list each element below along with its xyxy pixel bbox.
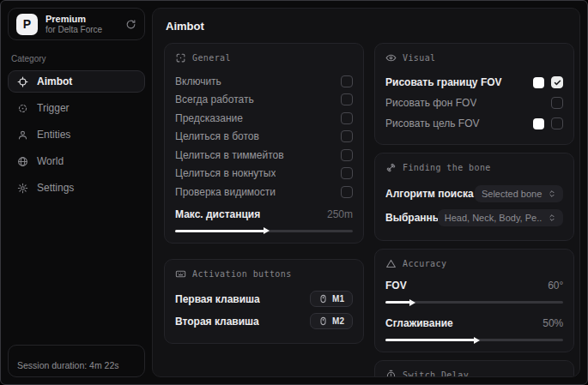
- timer-icon: [385, 370, 397, 377]
- setting-label: Проверка видимости: [175, 186, 276, 198]
- key-label: M1: [332, 294, 344, 304]
- target-knocked-checkbox[interactable]: [341, 167, 353, 179]
- setting-row: Целиться в тиммейтов: [175, 146, 353, 165]
- setting-label: Предсказание: [175, 112, 243, 124]
- dropdown-value: Head, Neck, Body, Pe..: [445, 213, 543, 223]
- setting-row: Целиться в нокнутых: [175, 165, 353, 183]
- panel-visual: Visual Рисовать границу FOV Рисовать фон…: [374, 43, 574, 145]
- setting-label: Рисовать цель FOV: [385, 117, 480, 129]
- sidebar-item-entities[interactable]: Entities: [8, 123, 145, 146]
- bone-algorithm-dropdown[interactable]: Selected bone: [475, 185, 563, 202]
- chevron-up-down-icon: [548, 189, 556, 198]
- sidebar: P Premium for Delta Force Category Aimbo…: [8, 8, 145, 377]
- setting-row: Проверка видимости: [175, 183, 353, 202]
- world-globe-icon: [17, 156, 28, 167]
- fov-slider-group: FOV 60°: [385, 278, 563, 304]
- slider-label: Сглаживание: [385, 317, 453, 329]
- license-card: P Premium for Delta Force: [8, 8, 145, 40]
- second-key-bind-button[interactable]: M2: [310, 313, 353, 329]
- selected-bones-dropdown[interactable]: Head, Neck, Body, Pe..: [438, 209, 564, 226]
- fov-border-color-swatch[interactable]: [533, 77, 544, 88]
- session-duration-text: Session duration: 4m 22s: [17, 360, 118, 370]
- setting-label: Целиться в нокнутых: [175, 167, 276, 179]
- app-logo: P: [16, 14, 38, 35]
- panel-title: Visual: [403, 53, 436, 63]
- setting-row: Алгоритм поиска кост Selected bone: [385, 182, 563, 206]
- keyboard-icon: [175, 268, 186, 280]
- setting-label: Первая клавиша: [175, 293, 260, 305]
- slider-value: 250m: [327, 208, 353, 220]
- main-content: Aimbot General Включить: [152, 8, 580, 377]
- visibility-check-checkbox[interactable]: [341, 186, 353, 198]
- slider-label: FOV: [385, 280, 407, 292]
- setting-row: Рисовать фон FOV: [385, 93, 563, 113]
- key-label: M2: [332, 316, 344, 326]
- setting-label: Целиться в тиммейтов: [175, 149, 284, 161]
- setting-label: Рисовать фон FOV: [385, 97, 476, 109]
- draw-fov-background-checkbox[interactable]: [551, 97, 563, 109]
- mouse-icon: [318, 294, 328, 304]
- prediction-checkbox[interactable]: [341, 112, 353, 124]
- sidebar-nav: Aimbot Trigger Entities World: [8, 70, 145, 199]
- panel-general: General Включить Всегда работать Предска…: [164, 43, 364, 244]
- target-teammates-checkbox[interactable]: [341, 149, 353, 161]
- setting-label: Алгоритм поиска кост: [385, 188, 475, 200]
- setting-row: Вторая клавиша M2: [175, 310, 353, 333]
- entities-person-icon: [17, 129, 28, 141]
- panel-title: Accuracy: [403, 259, 446, 268]
- panel-activation-buttons: Activation buttons Первая клавиша M1 Вто…: [164, 259, 364, 344]
- aimbot-crosshair-icon: [17, 76, 28, 87]
- setting-row: Предсказание: [175, 109, 353, 128]
- category-label: Category: [11, 54, 143, 63]
- draw-fov-target-checkbox[interactable]: [551, 117, 563, 129]
- sidebar-item-world[interactable]: World: [8, 150, 145, 172]
- setting-row: Выбранные кос Head, Neck, Body, Pe..: [385, 206, 563, 230]
- panel-title: Switch Delay: [403, 370, 469, 377]
- always-work-checkbox[interactable]: [341, 93, 353, 105]
- first-key-bind-button[interactable]: M1: [310, 291, 353, 307]
- dropdown-value: Selected bone: [482, 189, 542, 199]
- fov-target-color-swatch[interactable]: [533, 118, 544, 129]
- panel-finding-bone: Finding the bone Алгоритм поиска кост Se…: [374, 153, 574, 241]
- setting-label: Целиться в ботов: [175, 130, 259, 142]
- target-bots-checkbox[interactable]: [341, 130, 353, 142]
- app-window: P Premium for Delta Force Category Aimbo…: [0, 0, 588, 385]
- slider-label: Макс. дистанция: [175, 208, 260, 220]
- settings-gear-icon: [17, 183, 28, 194]
- sidebar-item-trigger[interactable]: Trigger: [8, 97, 145, 119]
- fov-slider[interactable]: [385, 301, 563, 304]
- chevron-up-down-icon: [548, 214, 556, 222]
- page-title: Aimbot: [166, 20, 567, 33]
- smoothing-slider-group: Сглаживание 50%: [385, 316, 563, 341]
- panel-accuracy: Accuracy FOV 60° Сглаживание: [374, 249, 574, 352]
- mouse-icon: [318, 316, 328, 326]
- setting-row: Первая клавиша M1: [175, 288, 353, 310]
- session-duration-card: Session duration: 4m 22s: [8, 345, 145, 377]
- setting-label: Рисовать границу FOV: [385, 76, 502, 88]
- sidebar-item-label: Settings: [37, 182, 74, 194]
- setting-row: Включить: [175, 72, 353, 91]
- max-distance-slider-group: Макс. дистанция 250m: [175, 207, 353, 232]
- setting-label: Вторая клавиша: [175, 316, 259, 328]
- setting-row: Целиться в ботов: [175, 128, 353, 147]
- max-distance-slider[interactable]: [175, 230, 353, 232]
- slider-value: 60°: [548, 280, 563, 292]
- panel-title: General: [192, 53, 231, 63]
- sidebar-item-settings[interactable]: Settings: [8, 177, 145, 199]
- sidebar-item-aimbot[interactable]: Aimbot: [8, 70, 145, 93]
- setting-row: Всегда работать: [175, 91, 353, 110]
- sidebar-item-label: Entities: [37, 129, 70, 141]
- setting-label: Выбранные кос: [385, 212, 438, 224]
- slider-value: 50%: [543, 317, 563, 329]
- smoothing-slider[interactable]: [385, 339, 563, 341]
- sidebar-item-label: Trigger: [37, 102, 70, 114]
- panel-switch-delay: Switch Delay Задержка переключения Задер…: [374, 360, 574, 377]
- draw-fov-border-checkbox[interactable]: [551, 76, 563, 88]
- bone-icon: [385, 162, 397, 173]
- sidebar-item-label: Aimbot: [37, 75, 72, 87]
- enable-checkbox[interactable]: [341, 75, 353, 87]
- sync-icon[interactable]: [125, 19, 136, 30]
- panel-title: Activation buttons: [192, 269, 292, 279]
- triangle-icon: [385, 258, 397, 269]
- setting-row: Рисовать границу FOV: [385, 72, 563, 93]
